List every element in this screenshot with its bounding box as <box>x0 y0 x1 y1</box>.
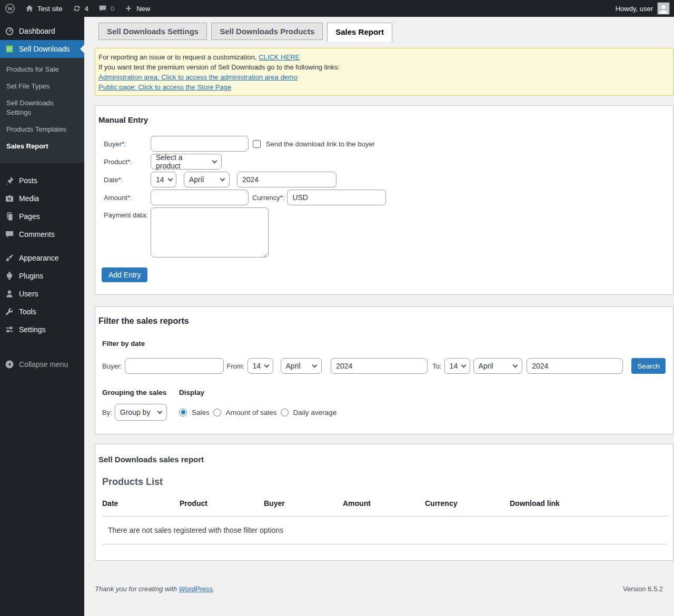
sidebar-item-plugins[interactable]: Plugins <box>0 267 84 285</box>
buyer-input[interactable] <box>151 136 249 152</box>
submenu-item-products-for-sale[interactable]: Products for Sale <box>0 62 84 79</box>
amount-input[interactable] <box>151 190 249 205</box>
updates-button[interactable]: 4 <box>67 0 93 17</box>
svg-text:W: W <box>7 6 13 12</box>
date-year-input[interactable] <box>237 172 336 187</box>
manual-entry-heading: Manual Entry <box>98 115 666 124</box>
submenu-item-sell-downloads-settings[interactable]: Sell Downloads Settings <box>0 96 84 122</box>
product-select-value: Select a product <box>156 153 209 170</box>
by-label: By: <box>102 409 112 416</box>
chevron-down-icon <box>167 176 173 181</box>
column-header-date: Date <box>102 499 180 516</box>
sell-downloads-submenu: Products for Sale Set File Types Sell Do… <box>0 58 84 163</box>
grouping-display-headings: Grouping the sales Display <box>102 389 666 396</box>
from-day-value: 14 <box>253 362 261 370</box>
sidebar-item-appearance[interactable]: Appearance <box>0 249 84 267</box>
comments-button[interactable]: 0 <box>93 0 119 17</box>
sidebar-item-settings[interactable]: Settings <box>0 321 84 339</box>
media-icon <box>4 193 15 204</box>
filter-date-row: Buyer: From: 14 April To: 14 April Se <box>102 358 666 374</box>
from-month-value: April <box>286 362 301 370</box>
wrench-icon <box>4 306 15 317</box>
tab-sell-downloads-products[interactable]: Sell Downloads Products <box>211 23 323 40</box>
tab-sell-downloads-settings[interactable]: Sell Downloads Settings <box>98 23 207 40</box>
collapse-menu-button[interactable]: Collapse menu <box>0 355 84 373</box>
site-name-button[interactable]: Test site <box>20 0 67 17</box>
notice-admin-area-link[interactable]: Administration area: Click to access the… <box>98 73 298 81</box>
menu-separator <box>0 163 84 172</box>
date-month-select[interactable]: April <box>184 172 230 187</box>
search-button[interactable]: Search <box>631 358 666 374</box>
add-entry-button[interactable]: Add Entry <box>102 267 147 282</box>
filter-buyer-input[interactable] <box>125 358 224 374</box>
column-header-buyer: Buyer <box>264 499 343 516</box>
avatar-person-icon <box>658 3 669 14</box>
brush-icon <box>4 253 15 263</box>
to-label: To: <box>432 362 441 370</box>
plug-icon <box>4 271 15 281</box>
buyer-label: Buyer*: <box>104 140 151 148</box>
chevron-down-icon <box>312 362 318 367</box>
notice-line-1: For reporting an issue or to request a c… <box>98 52 668 62</box>
notice-click-here-link[interactable]: CLICK HERE <box>259 53 300 61</box>
sidebar-item-label: Tools <box>19 307 36 316</box>
notice-line-4: Public page: Click to access the Store P… <box>98 82 668 92</box>
tab-sales-report[interactable]: Sales Report <box>327 23 392 42</box>
sidebar-item-users[interactable]: Users <box>0 285 84 303</box>
send-link-checkbox[interactable] <box>253 140 261 148</box>
payment-data-label: Payment data: <box>104 207 151 219</box>
sidebar-item-tools[interactable]: Tools <box>0 303 84 321</box>
date-day-select[interactable]: 14 <box>151 172 176 187</box>
from-year-input[interactable] <box>331 358 428 374</box>
comment-bubble-icon <box>98 4 107 13</box>
radio-sales[interactable] <box>179 409 187 416</box>
new-button[interactable]: New <box>119 0 155 17</box>
notice-public-page-link[interactable]: Public page: Click to access the Store P… <box>98 83 231 91</box>
to-year-input[interactable] <box>527 358 623 374</box>
user-avatar[interactable] <box>657 2 670 15</box>
submenu-item-sales-report[interactable]: Sales Report <box>0 139 84 156</box>
to-day-select[interactable]: 14 <box>444 358 470 374</box>
payment-data-textarea[interactable] <box>151 207 269 257</box>
group-by-select[interactable]: Group by <box>115 404 167 421</box>
submenu-item-products-templates[interactable]: Products Templates <box>0 122 84 139</box>
display-heading: Display <box>179 389 204 396</box>
empty-results-message: There are not sales registered with thos… <box>102 516 667 544</box>
notice-line-1-text: For reporting an issue or to request a c… <box>98 53 257 61</box>
dashboard-icon <box>4 26 15 36</box>
submenu-item-set-file-types[interactable]: Set File Types <box>0 79 84 96</box>
from-label: From: <box>227 362 245 370</box>
product-select[interactable]: Select a product <box>151 154 222 170</box>
currency-input[interactable] <box>287 190 386 205</box>
sidebar-item-label: Users <box>19 290 38 298</box>
table-row: There are not sales registered with thos… <box>102 516 667 544</box>
sidebar-item-media[interactable]: Media <box>0 190 84 207</box>
wordpress-menu-button[interactable]: W <box>0 0 20 17</box>
sidebar-item-label: Plugins <box>19 272 43 280</box>
manual-entry-panel: Manual Entry Buyer*: Send the download l… <box>95 105 673 295</box>
grouping-display-controls: By: Group by Sales Amount of sales Daily… <box>102 404 666 421</box>
filter-buyer-label: Buyer: <box>102 362 122 370</box>
radio-daily-average[interactable] <box>281 409 289 416</box>
radio-amount-of-sales[interactable] <box>213 409 221 416</box>
from-month-select[interactable]: April <box>281 358 322 374</box>
footer: Thank you for creating with WordPress. V… <box>95 585 673 593</box>
version-text: Version 6.5.2 <box>623 585 663 593</box>
sidebar-item-posts[interactable]: Posts <box>0 172 84 190</box>
sidebar-item-dashboard[interactable]: Dashboard <box>0 22 84 40</box>
amount-label: Amount*: <box>104 194 151 202</box>
group-by-value: Group by <box>120 408 151 416</box>
from-day-select[interactable]: 14 <box>247 358 273 374</box>
wordpress-link[interactable]: WordPress <box>179 585 213 593</box>
to-month-value: April <box>479 362 493 370</box>
sidebar-item-label: Media <box>19 194 39 203</box>
sidebar-item-comments[interactable]: Comments <box>0 225 84 243</box>
column-header-download-link: Download link <box>510 499 667 516</box>
chevron-down-icon <box>220 176 225 181</box>
sidebar-item-sell-downloads[interactable]: Sell Downloads <box>0 40 84 58</box>
to-month-select[interactable]: April <box>473 358 523 374</box>
collapse-arrow-icon <box>4 359 15 370</box>
column-header-product: Product <box>180 499 264 516</box>
howdy-text[interactable]: Howdy, user <box>616 5 653 13</box>
sidebar-item-pages[interactable]: Pages <box>0 207 84 225</box>
